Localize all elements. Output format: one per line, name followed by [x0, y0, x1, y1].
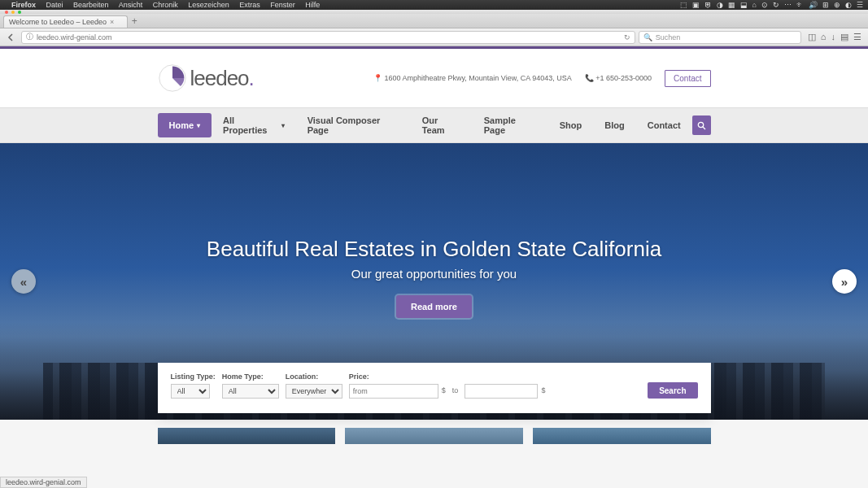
menubar-item[interactable]: Fenster [270, 1, 295, 9]
listing-type-select[interactable]: All [171, 384, 210, 399]
tray-icon[interactable]: ⋯ [784, 1, 792, 9]
nav-bar: Home▾ All Properties▾ Visual Composer Pa… [0, 107, 868, 143]
menubar-item[interactable]: Hilfe [305, 1, 320, 9]
browser-search-field[interactable]: 🔍 Suchen [639, 31, 801, 44]
nav-our-team[interactable]: Our Team [411, 108, 473, 142]
currency-label: $ [442, 386, 446, 396]
spotlight-icon[interactable]: ☰ [857, 1, 863, 9]
to-label: to [449, 386, 462, 396]
tab-title: Welcome to Leedeo – Leedeo [9, 18, 107, 26]
tray-icon[interactable]: ◐ [845, 1, 852, 9]
reload-icon[interactable]: ↻ [624, 33, 630, 41]
slide-prev-button[interactable]: « [11, 269, 36, 294]
menubar-app[interactable]: Firefox [11, 1, 36, 9]
tray-icon[interactable]: ▣ [692, 1, 700, 9]
tray-icon[interactable]: ⛨ [704, 1, 712, 9]
property-card[interactable] [345, 428, 523, 444]
home-type-group: Home Type: All [222, 373, 279, 399]
maximize-window-icon[interactable] [18, 11, 21, 14]
logo-icon [158, 63, 187, 93]
menu-icon[interactable]: ☰ [853, 32, 861, 42]
hero-title: Beautiful Real Estates in Golden State C… [0, 237, 868, 262]
hero-subtitle: Our great opportunities for you [0, 267, 868, 281]
price-to-input[interactable] [465, 384, 538, 399]
price-label: Price: [349, 373, 641, 381]
home-type-label: Home Type: [222, 373, 279, 381]
menubar-right: ⬚ ▣ ⛨ ◑ ▦ ⬓ ⌂ ⊙ ↻ ⋯ ᯤ 🔊 ⊞ ⊕ ◐ ☰ [680, 1, 863, 9]
close-window-icon[interactable] [5, 11, 8, 14]
menubar-item[interactable]: Bearbeiten [73, 1, 109, 9]
location-group: Location: Everywhere [286, 373, 342, 399]
chevron-down-icon: ▾ [197, 122, 200, 129]
toolbar-icons: ◫ ⌂ ↓ ▤ ☰ [805, 32, 865, 42]
search-icon [697, 121, 706, 130]
menubar-item[interactable]: Datei [46, 1, 63, 9]
home-type-select[interactable]: All [222, 384, 279, 399]
nav-visual-composer[interactable]: Visual Composer Page [296, 108, 411, 142]
mac-menubar: Firefox Datei Bearbeiten Ansicht Chronik… [0, 0, 868, 10]
price-from-input[interactable] [349, 384, 438, 399]
listing-type-group: Listing Type: All [171, 373, 216, 399]
tray-icon[interactable]: ⊙ [761, 1, 768, 9]
nav-home[interactable]: Home▾ [158, 113, 212, 137]
menubar-item[interactable]: Chronik [153, 1, 178, 9]
chevron-down-icon: ▾ [281, 122, 285, 129]
tray-icon[interactable]: ⬚ [680, 1, 687, 9]
menubar-item[interactable]: Lesezeichen [188, 1, 229, 9]
search-panel: Listing Type: All Home Type: All Locatio… [158, 363, 711, 413]
menubar-item[interactable]: Ansicht [119, 1, 143, 9]
nav-sample-page[interactable]: Sample Page [473, 108, 548, 142]
menubar-item[interactable]: Extras [239, 1, 260, 9]
nav-shop[interactable]: Shop [548, 113, 594, 137]
contact-button[interactable]: Contact [665, 70, 710, 87]
site-header: leedeo. 📍 1600 Amphitheatre Pkwy, Mounta… [0, 49, 868, 107]
tray-icon[interactable]: ⬓ [740, 1, 748, 9]
property-card[interactable] [533, 428, 711, 444]
tray-icon[interactable]: ↻ [773, 1, 779, 9]
price-group: Price: $ to $ [349, 373, 641, 399]
url-bar: ⓘ leedeo.wird-genial.com ↻ 🔍 Suchen ◫ ⌂ … [0, 28, 868, 46]
listing-type-label: Listing Type: [171, 373, 216, 381]
slide-next-button[interactable]: » [832, 269, 857, 294]
menubar-left: Firefox Datei Bearbeiten Ansicht Chronik… [11, 1, 328, 9]
tray-icon[interactable]: ⌂ [752, 1, 757, 9]
tray-icon[interactable]: ▦ [728, 1, 735, 9]
logo-text: leedeo. [190, 66, 254, 91]
url-field[interactable]: ⓘ leedeo.wird-genial.com ↻ [21, 31, 635, 44]
url-text: leedeo.wird-genial.com [37, 33, 112, 41]
header-meta: 📍 1600 Amphitheatre Pkwy, Mountain View,… [373, 70, 711, 87]
browser-tab[interactable]: Welcome to Leedeo – Leedeo × [3, 15, 128, 28]
minimize-window-icon[interactable] [11, 11, 15, 14]
nav-blog[interactable]: Blog [593, 113, 635, 137]
tray-icon[interactable]: ◑ [717, 1, 723, 9]
info-icon[interactable]: ⓘ [26, 32, 33, 42]
volume-icon[interactable]: 🔊 [809, 1, 818, 9]
property-card[interactable] [158, 428, 336, 444]
tab-strip: Welcome to Leedeo – Leedeo × + [0, 14, 868, 28]
property-thumbs [158, 428, 711, 444]
nav-search-button[interactable] [692, 115, 711, 135]
currency-label: $ [541, 386, 545, 396]
reader-icon[interactable]: ◫ [808, 32, 816, 42]
phone: 📞 +1 650-253-0000 [585, 74, 652, 82]
location-label: Location: [286, 373, 342, 381]
home-icon[interactable]: ⌂ [821, 32, 827, 42]
new-tab-button[interactable]: + [128, 15, 141, 28]
address: 📍 1600 Amphitheatre Pkwy, Mountain View,… [373, 74, 572, 82]
nav-all-properties[interactable]: All Properties▾ [212, 108, 296, 142]
hero-cta-button[interactable]: Read more [396, 295, 472, 318]
svg-point-1 [698, 122, 703, 127]
wifi-icon[interactable]: ᯤ [796, 1, 804, 9]
logo[interactable]: leedeo. [158, 63, 254, 93]
nav-contact[interactable]: Contact [636, 113, 692, 137]
close-tab-icon[interactable]: × [110, 18, 114, 26]
location-select[interactable]: Everywhere [286, 384, 342, 399]
search-icon: 🔍 [643, 33, 652, 41]
bookmarks-icon[interactable]: ▤ [840, 32, 848, 42]
downloads-icon[interactable]: ↓ [831, 32, 836, 42]
back-button[interactable] [3, 31, 18, 44]
tray-icon[interactable]: ⊕ [834, 1, 840, 9]
search-button[interactable]: Search [648, 382, 697, 399]
svg-line-2 [703, 127, 705, 129]
tray-icon[interactable]: ⊞ [822, 1, 829, 9]
